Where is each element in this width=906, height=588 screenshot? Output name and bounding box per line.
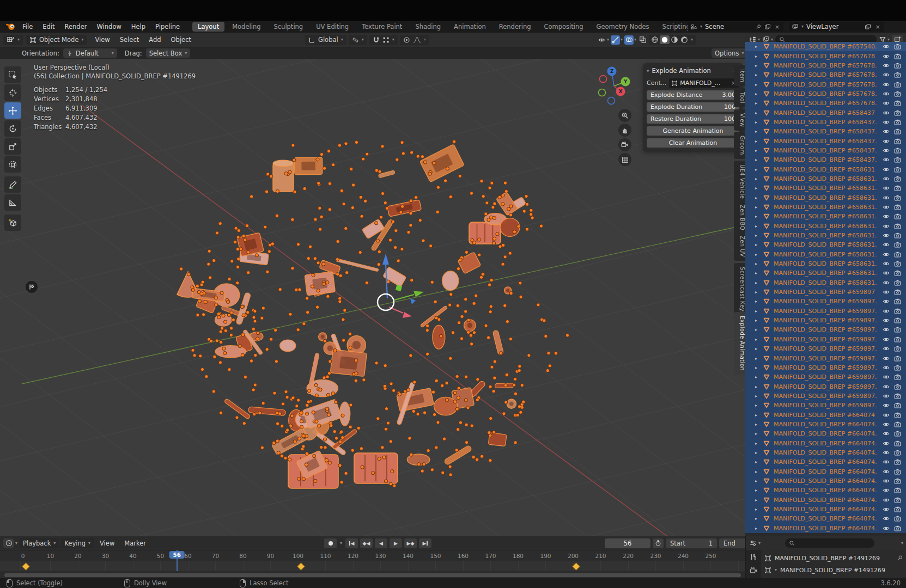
expand-icon[interactable]: ▸: [755, 176, 763, 181]
hide-viewport-eye-icon[interactable]: [882, 421, 890, 428]
hide-viewport-eye-icon[interactable]: [882, 468, 890, 475]
timeline-menu-playback[interactable]: Playback▾: [20, 538, 59, 548]
hide-viewport-eye-icon[interactable]: [882, 373, 890, 381]
properties-options-chevron[interactable]: ▾: [901, 541, 903, 546]
outliner-row[interactable]: ▸MANIFOLD_SOLID_BREP #659897.: [745, 316, 906, 325]
outliner-row[interactable]: ▸MANIFOLD_SOLID_BREP #664074.: [745, 457, 906, 467]
expand-icon[interactable]: ▸: [755, 375, 763, 379]
viewport-menu-select[interactable]: Select: [115, 36, 144, 44]
camera-view-button[interactable]: [618, 138, 631, 151]
sidebar-tab-zen-bbq[interactable]: Zen BBQ: [734, 201, 745, 234]
expand-icon[interactable]: ▸: [755, 507, 763, 512]
jump-to-start-button[interactable]: ◀: [345, 538, 358, 548]
disable-render-camera-icon[interactable]: [893, 449, 902, 456]
hide-viewport-eye-icon[interactable]: [882, 260, 890, 267]
expand-icon[interactable]: ▸: [755, 82, 763, 87]
disable-render-camera-icon[interactable]: [893, 71, 902, 78]
expand-icon[interactable]: ▸: [755, 309, 763, 314]
workspace-tab-rendering[interactable]: Rendering: [494, 22, 537, 32]
hide-viewport-eye-icon[interactable]: [882, 336, 890, 343]
navigation-gizmo[interactable]: ZYX: [596, 63, 640, 109]
outliner-row[interactable]: ▸MANIFOLD_SOLID_BREP #658631.: [745, 222, 906, 231]
disable-render-camera-icon[interactable]: [893, 468, 902, 475]
disable-render-camera-icon[interactable]: [893, 383, 902, 390]
expand-icon[interactable]: ▸: [755, 157, 763, 162]
timeline-ruler[interactable]: 0102030405060708090100110120130140150160…: [0, 550, 745, 562]
hide-viewport-eye-icon[interactable]: [882, 383, 890, 390]
current-frame-field[interactable]: 56: [605, 538, 650, 548]
viewlayer-field[interactable]: ▾ ViewLayer ×: [789, 22, 884, 32]
transform-tool[interactable]: [4, 156, 21, 173]
hide-viewport-eye-icon[interactable]: [882, 100, 890, 107]
disable-render-camera-icon[interactable]: [893, 308, 902, 315]
expand-icon[interactable]: ▸: [755, 488, 763, 493]
expand-icon[interactable]: ▸: [755, 394, 763, 399]
hide-viewport-eye-icon[interactable]: [882, 449, 890, 456]
hide-viewport-eye-icon[interactable]: [882, 232, 890, 239]
expand-icon[interactable]: ▸: [755, 214, 763, 219]
menu-file[interactable]: File: [17, 23, 38, 30]
disable-render-camera-icon[interactable]: [893, 128, 902, 135]
hide-viewport-eye-icon[interactable]: [882, 119, 890, 126]
outliner-row[interactable]: ▸MANIFOLD_SOLID_BREP #659897.: [745, 372, 906, 382]
move-tool[interactable]: [4, 102, 21, 119]
clear-animation-button[interactable]: Clear Animation: [647, 138, 739, 148]
blender-logo-icon[interactable]: [5, 22, 15, 30]
outliner-row[interactable]: ▸MANIFOLD_SOLID_BREP #658631.: [745, 231, 906, 240]
sidebar-tab-view[interactable]: View: [734, 109, 745, 131]
expand-icon[interactable]: ▸: [755, 101, 763, 106]
hide-viewport-eye-icon[interactable]: [882, 166, 890, 173]
outliner-row[interactable]: ▸MANIFOLD_SOLID_BREP #664074: [745, 410, 906, 419]
sidebar-tab-explode-animation[interactable]: Explode Animation: [734, 312, 745, 375]
workspace-tab-compositing[interactable]: Compositing: [538, 22, 588, 32]
disable-render-camera-icon[interactable]: [893, 440, 902, 447]
rendered-shading-icon[interactable]: [679, 35, 689, 44]
disable-render-camera-icon[interactable]: [893, 373, 902, 381]
expand-icon[interactable]: ▸: [755, 224, 763, 229]
timeline-editor-type-button[interactable]: ▾: [3, 538, 17, 548]
mode-selector[interactable]: Object Mode ▾: [26, 35, 87, 45]
outliner-row[interactable]: ▸MANIFOLD_SOLID_BREP #657540.: [745, 42, 906, 51]
outliner-row[interactable]: ▸MANIFOLD_SOLID_BREP #664074.: [745, 429, 906, 438]
disable-render-camera-icon[interactable]: [893, 458, 902, 465]
disable-render-camera-icon[interactable]: [893, 62, 902, 69]
menu-window[interactable]: Window: [92, 23, 126, 30]
outliner-row[interactable]: ▸MANIFOLD_SOLID_BREP #664074.: [745, 524, 906, 533]
outliner-row[interactable]: ▸MANIFOLD_SOLID_BREP #658437.: [745, 136, 906, 145]
expand-icon[interactable]: ▸: [755, 205, 763, 210]
disable-render-camera-icon[interactable]: [893, 345, 902, 352]
expand-icon[interactable]: ▸: [755, 337, 763, 342]
disable-render-camera-icon[interactable]: [893, 109, 902, 117]
hide-viewport-eye-icon[interactable]: [882, 506, 890, 513]
outliner-row[interactable]: ▸MANIFOLD_SOLID_BREP #658437: [745, 108, 906, 117]
properties-search-input[interactable]: [785, 538, 874, 548]
outliner-row[interactable]: ▸MANIFOLD_SOLID_BREP #658437.: [745, 155, 906, 164]
jump-to-end-button[interactable]: ▶: [419, 538, 431, 548]
outliner-row[interactable]: ▸MANIFOLD_SOLID_BREP #664074.: [745, 514, 906, 523]
hide-viewport-eye-icon[interactable]: [882, 241, 890, 248]
outliner-row[interactable]: ▸MANIFOLD_SOLID_BREP #659897.: [745, 344, 906, 353]
hide-viewport-eye-icon[interactable]: [882, 364, 890, 371]
disable-render-camera-icon[interactable]: [893, 175, 902, 182]
expand-icon[interactable]: ▸: [755, 233, 763, 238]
disable-render-camera-icon[interactable]: [893, 81, 902, 88]
toggle-perspective-button[interactable]: [618, 153, 631, 166]
outliner-row[interactable]: ▸MANIFOLD_SOLID_BREP #664074.: [745, 438, 906, 448]
hide-viewport-eye-icon[interactable]: [882, 251, 890, 258]
expand-icon[interactable]: ▸: [755, 167, 763, 172]
hide-viewport-eye-icon[interactable]: [882, 71, 890, 78]
disable-render-camera-icon[interactable]: [893, 43, 902, 50]
scale-tool[interactable]: [4, 138, 21, 155]
outliner-row[interactable]: ▸MANIFOLD_SOLID_BREP #659897.: [745, 297, 906, 306]
hide-viewport-eye-icon[interactable]: [882, 109, 890, 117]
expand-icon[interactable]: ▸: [755, 129, 763, 134]
play-reverse-button[interactable]: ◀: [375, 538, 387, 548]
expand-icon[interactable]: ▸: [755, 280, 763, 285]
expand-icon[interactable]: ▸: [755, 441, 763, 446]
measure-tool[interactable]: [4, 194, 21, 211]
sidebar-tab-screencast-keys[interactable]: Screencast Keys: [734, 263, 745, 318]
outliner-row[interactable]: ▸MANIFOLD_SOLID_BREP #664074.: [745, 467, 906, 476]
timeline-scrollbar[interactable]: [4, 573, 741, 577]
outliner-row[interactable]: ▸MANIFOLD_SOLID_BREP #658631: [745, 164, 906, 174]
sidebar-tab-groom[interactable]: Groom: [734, 132, 745, 159]
